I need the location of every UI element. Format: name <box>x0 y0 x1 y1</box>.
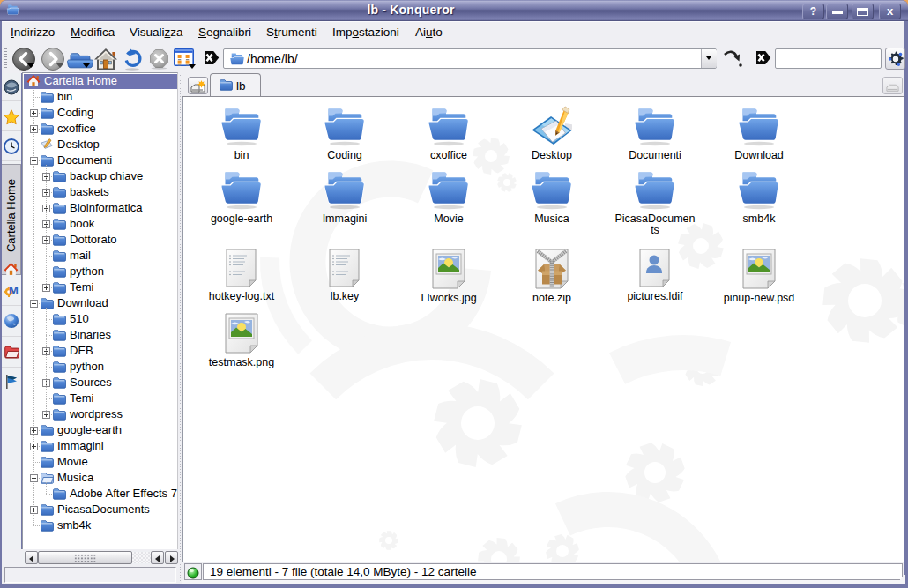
svg-text:M: M <box>9 284 19 297</box>
